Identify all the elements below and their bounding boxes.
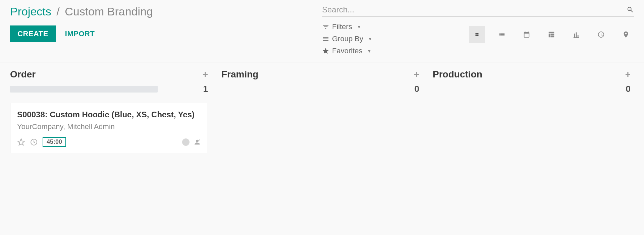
activity-view-button[interactable]: [593, 26, 609, 43]
svg-rect-2: [477, 33, 479, 35]
column-title: Production: [433, 69, 482, 80]
pivot-view-button[interactable]: [543, 26, 559, 43]
activity-clock-icon[interactable]: [30, 138, 38, 146]
add-card-button[interactable]: +: [625, 69, 631, 80]
clock-icon: [597, 31, 605, 38]
graph-icon: [573, 31, 580, 38]
groupby-dropdown[interactable]: Group By ▼: [322, 35, 372, 43]
caret-down-icon: ▼: [368, 37, 372, 42]
groupby-label: Group By: [332, 35, 363, 43]
kanban-board: Order + 1 S00038: Custom Hoodie (Blue, X…: [0, 62, 644, 164]
control-bar: Projects / Custom Branding CREATE IMPORT…: [0, 0, 644, 62]
breadcrumb-current: Custom Branding: [65, 5, 153, 18]
list-icon: [322, 35, 329, 43]
favorites-label: Favorites: [332, 47, 362, 55]
kanban-column: Framing + 0: [221, 69, 419, 157]
time-badge: 45:00: [43, 137, 66, 147]
graph-view-button[interactable]: [568, 26, 584, 43]
list-view-icon: [498, 31, 505, 38]
kanban-view-button[interactable]: [469, 26, 485, 43]
add-card-button[interactable]: +: [203, 69, 208, 80]
svg-rect-1: [476, 33, 477, 35]
state-dot-icon[interactable]: [182, 138, 190, 146]
favorites-dropdown[interactable]: Favorites ▼: [322, 47, 372, 55]
column-count: 0: [415, 84, 419, 94]
card-subtitle: YourCompany, Mitchell Admin: [17, 122, 201, 131]
column-title: Framing: [221, 69, 258, 80]
create-button[interactable]: CREATE: [10, 25, 56, 42]
svg-rect-3: [476, 35, 477, 36]
priority-star-icon[interactable]: [17, 138, 25, 146]
kanban-card[interactable]: S00038: Custom Hoodie (Blue, XS, Chest, …: [10, 103, 208, 153]
column-title: Order: [10, 69, 36, 80]
list-view-button[interactable]: [494, 26, 510, 43]
filters-dropdown[interactable]: Filters ▼: [322, 22, 372, 31]
caret-down-icon: ▼: [357, 24, 361, 30]
calendar-view-button[interactable]: [519, 26, 535, 43]
filters-label: Filters: [332, 22, 352, 31]
funnel-icon: [322, 23, 329, 31]
map-pin-icon: [622, 31, 630, 38]
breadcrumb-root-link[interactable]: Projects: [10, 5, 51, 18]
breadcrumb-separator: /: [56, 5, 59, 18]
search-input[interactable]: [322, 5, 627, 14]
caret-down-icon: ▼: [367, 49, 371, 54]
import-button[interactable]: IMPORT: [65, 30, 95, 38]
star-icon: [322, 47, 329, 55]
pivot-icon: [548, 31, 555, 38]
svg-rect-0: [629, 9, 630, 9]
column-count: 1: [203, 84, 208, 94]
column-progress: [10, 86, 158, 93]
svg-rect-4: [477, 35, 479, 36]
assignee-icon[interactable]: [194, 138, 201, 146]
kanban-icon: [475, 31, 479, 38]
calendar-icon: [523, 31, 530, 38]
card-title: S00038: Custom Hoodie (Blue, XS, Chest, …: [17, 109, 201, 120]
breadcrumb: Projects / Custom Branding: [10, 5, 322, 18]
map-view-button[interactable]: [618, 26, 634, 43]
add-card-button[interactable]: +: [414, 69, 419, 80]
zoom-out-icon[interactable]: [627, 6, 634, 13]
kanban-column: Production + 0: [433, 69, 631, 157]
column-count: 0: [626, 84, 631, 94]
kanban-column: Order + 1 S00038: Custom Hoodie (Blue, X…: [10, 69, 208, 157]
